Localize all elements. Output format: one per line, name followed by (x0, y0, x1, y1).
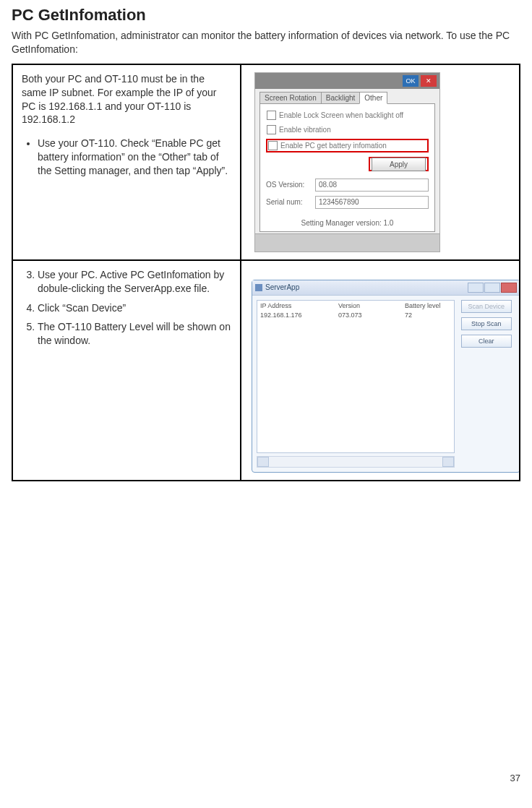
device-bottombar (255, 233, 439, 252)
device-list[interactable]: IP Address Version Battery level 192.168… (257, 300, 455, 453)
serverapp-titlebar: ServerApp (252, 280, 520, 296)
tab-other[interactable]: Other (359, 92, 387, 104)
close-icon[interactable] (501, 283, 517, 293)
horizontal-scrollbar[interactable] (257, 456, 455, 468)
minimize-icon[interactable] (468, 283, 484, 293)
close-icon[interactable]: ✕ (421, 75, 437, 87)
setting-manager-titlebar: OK ✕ (255, 73, 439, 89)
lead-text: With PC GetInfomation, administrator can… (12, 29, 520, 56)
step-5: The OT-110 Battery Level will be shown o… (38, 320, 231, 348)
row1-bullet: Use your OT-110. Check “Enable PC get ba… (38, 137, 231, 178)
col-battery: Battery level (405, 302, 451, 309)
checkbox-icon (267, 125, 276, 134)
tab-backlight[interactable]: Backlight (321, 92, 361, 104)
tab-screen-rotation[interactable]: Screen Rotation (259, 92, 322, 104)
serial-num-label: Serial num: (266, 198, 312, 206)
clear-button[interactable]: Clear (461, 335, 512, 348)
os-version-label: OS Version: (266, 181, 312, 189)
cell-ip: 192.168.1.176 (260, 311, 338, 319)
stop-scan-button[interactable]: Stop Scan (461, 317, 512, 330)
ok-button[interactable]: OK (403, 75, 419, 87)
cell-version: 073.073 (338, 311, 405, 319)
checkbox-label: Enable Lock Screen when backlight off (279, 111, 403, 119)
checkbox-icon (267, 111, 276, 120)
step-3: Use your PC. Active PC GetInfomation by … (38, 268, 231, 296)
instruction-table: Both your PC and OT-110 must be in the s… (12, 64, 520, 481)
scan-device-button[interactable]: Scan Device (461, 300, 512, 313)
cell-battery: 72 (405, 311, 451, 319)
checkbox-vibration[interactable]: Enable vibration (266, 124, 429, 135)
os-version-field[interactable]: 08.08 (315, 179, 429, 192)
apply-button[interactable]: Apply (372, 158, 426, 171)
checkbox-pc-get-battery[interactable]: Enable PC get battery infomation (266, 139, 429, 152)
apply-button-highlight: Apply (369, 157, 429, 171)
checkbox-lock-screen[interactable]: Enable Lock Screen when backlight off (266, 110, 429, 121)
step-4: Click “Scan Device” (38, 301, 231, 315)
table-row: Use your PC. Active PC GetInfomation by … (12, 260, 520, 481)
list-header: IP Address Version Battery level (257, 301, 454, 311)
serverapp-title: ServerApp (265, 283, 299, 291)
serverapp-window: ServerApp IP Address Version (252, 280, 520, 473)
row1-intro: Both your PC and OT-110 must be in the s… (22, 72, 231, 127)
checkbox-label: Enable vibration (279, 126, 331, 134)
checkbox-icon (268, 141, 278, 150)
page-number: 37 (510, 773, 520, 783)
app-icon (255, 284, 262, 291)
page-title: PC GetInfomation (12, 6, 520, 25)
serial-num-field[interactable]: 1234567890 (315, 196, 429, 209)
checkbox-label: Enable PC get battery infomation (280, 142, 387, 150)
col-version: Version (338, 302, 405, 309)
table-row: Both your PC and OT-110 must be in the s… (12, 64, 520, 260)
manager-version-text: Setting Manager version: 1.0 (266, 219, 429, 227)
list-item[interactable]: 192.168.1.176 073.073 72 (257, 311, 454, 319)
maximize-icon[interactable] (484, 283, 500, 293)
col-ip: IP Address (260, 302, 338, 309)
setting-manager-window: OK ✕ Screen Rotation Backlight Other Ena… (254, 72, 440, 252)
